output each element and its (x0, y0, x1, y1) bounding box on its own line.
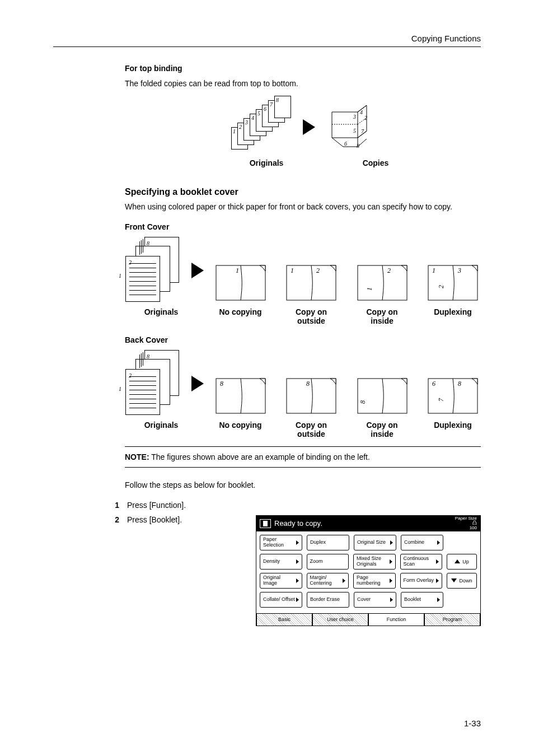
lbl: Copy on inside (354, 421, 410, 438)
lbl-copies: Copies (348, 158, 404, 168)
top-binding-para: The folded copies can be read from top t… (125, 78, 481, 89)
arrow-right-icon (191, 376, 204, 391)
lbl: Originals (125, 307, 198, 325)
svg-text:1: 1 (432, 267, 435, 274)
header-rule (53, 46, 481, 47)
svg-text:2: 2 (387, 267, 391, 274)
front-cover-heading: Front Cover (125, 222, 481, 231)
header-right: Copying Functions (53, 34, 481, 43)
step-1-num: 1 (102, 501, 127, 510)
svg-rect-25 (216, 379, 265, 413)
svg-text:2: 2 (316, 267, 320, 274)
svg-rect-29 (358, 379, 407, 413)
btn-margin-centering[interactable]: Margin/ Centering (307, 573, 349, 589)
btn-duplex[interactable]: Duplex (307, 535, 349, 550)
back-cover-figure: 1 2 8 8 (125, 350, 481, 417)
svg-text:7: 7 (437, 398, 445, 402)
panel-pct: 100 (455, 526, 477, 530)
copy-inside-page-icon: 2 1 (356, 264, 409, 304)
copier-panel: Ready to copy. Paper Size 凸 100 Paper Se… (256, 515, 481, 626)
copy-inside-page-icon: 8 (356, 377, 409, 417)
page-number: 1-33 (464, 718, 481, 728)
btn-up[interactable]: Up (447, 554, 477, 570)
top-binding-heading: For top binding (125, 64, 481, 73)
tab-user-choice[interactable]: User choice (312, 613, 368, 626)
copy-outside-page-icon: 8 (285, 377, 338, 417)
back-cover-labels: Originals No copying Copy on outside Cop… (125, 421, 481, 438)
svg-text:3: 3 (353, 114, 356, 120)
svg-rect-21 (428, 265, 477, 300)
booklet-cover-para: When using colored paper or thick paper … (125, 202, 481, 212)
arrow-right-icon (191, 263, 204, 278)
note-text: The figures shown above are an example o… (151, 452, 370, 461)
panel-titlebar: Ready to copy. Paper Size 凸 100 (256, 516, 480, 531)
tab-function[interactable]: Function (368, 613, 424, 626)
svg-text:8: 8 (359, 400, 367, 404)
svg-text:8: 8 (458, 380, 461, 388)
btn-down[interactable]: Down (447, 573, 477, 589)
step-2-text: Press [Booklet]. (127, 515, 239, 524)
svg-text:8: 8 (220, 380, 223, 388)
lbl: Originals (125, 421, 198, 438)
follow-text: Follow the steps as below for booklet. (125, 480, 481, 491)
originals-stack-icon: 1 2 8 (119, 350, 186, 417)
originals-stack-icon: 1 2 3 4 5 6 7 8 (231, 99, 293, 155)
step-1-text: Press [Function]. (127, 501, 481, 510)
btn-collate-offset[interactable]: Collate/ Offset (260, 592, 302, 608)
btn-original-size[interactable]: Original Size (354, 535, 396, 550)
svg-rect-31 (428, 379, 477, 413)
lbl: Copy on inside (354, 307, 410, 325)
note-prefix: NOTE: (125, 452, 149, 461)
btn-cover[interactable]: Cover (354, 592, 396, 608)
duplex-page-icon: 6 8 7 (427, 377, 479, 417)
lbl: No copying (213, 421, 269, 438)
btn-form-overlay[interactable]: Form Overlay (400, 573, 443, 589)
btn-border-erase[interactable]: Border Erase (307, 592, 349, 608)
front-cover-figure: 1 2 8 1 (125, 237, 481, 304)
tab-basic[interactable]: Basic (256, 613, 312, 626)
copies-book-icon: 3 4 2 5 6 7 8 (325, 102, 374, 152)
svg-text:5: 5 (353, 128, 356, 134)
svg-text:6: 6 (344, 141, 347, 147)
svg-text:8: 8 (306, 380, 310, 388)
svg-rect-18 (358, 265, 407, 300)
btn-booklet[interactable]: Booklet (401, 592, 443, 608)
btn-continuous-scan[interactable]: Continuous Scan (400, 554, 443, 570)
btn-mixed-size[interactable]: Mixed Size Originals (353, 554, 396, 570)
lbl: Copy on outside (283, 421, 339, 438)
lbl: Duplexing (425, 421, 481, 438)
top-binding-labels: Originals Copies (158, 158, 481, 168)
btn-density[interactable]: Density (260, 554, 302, 570)
btn-original-image[interactable]: Original Image (260, 573, 302, 589)
panel-title: Ready to copy. (274, 519, 322, 528)
svg-rect-13 (216, 265, 265, 300)
lbl: Duplexing (425, 307, 481, 325)
btn-combine[interactable]: Combine (401, 535, 443, 550)
lbl: Copy on outside (283, 307, 339, 325)
svg-text:1: 1 (291, 267, 294, 274)
note-block: NOTE: The figures shown above are an exa… (125, 446, 481, 468)
btn-zoom[interactable]: Zoom (307, 554, 349, 570)
front-cover-labels: Originals No copying Copy on outside Cop… (125, 307, 481, 325)
btn-page-numbering[interactable]: Page numbering (353, 573, 396, 589)
panel-tabs: Basic User choice Function Program (256, 613, 480, 626)
svg-rect-27 (287, 379, 336, 413)
nocopy-page-icon: 8 (214, 377, 267, 417)
nocopy-page-icon: 1 (214, 264, 267, 304)
svg-text:1: 1 (236, 267, 239, 274)
booklet-cover-heading: Specifying a booklet cover (125, 187, 481, 197)
svg-text:4: 4 (360, 109, 363, 115)
top-binding-figure: 1 2 3 4 5 6 7 8 3 (231, 99, 374, 155)
copy-icon (260, 519, 271, 528)
svg-text:3: 3 (457, 267, 461, 274)
originals-stack-icon: 1 2 8 (119, 237, 186, 304)
svg-text:6: 6 (432, 380, 435, 388)
btn-paper-selection[interactable]: Paper Selection (260, 535, 302, 550)
svg-text:2: 2 (437, 285, 445, 288)
tab-program[interactable]: Program (424, 613, 480, 626)
svg-text:1: 1 (366, 287, 373, 291)
lbl: No copying (213, 307, 269, 325)
back-cover-heading: Back Cover (125, 335, 481, 344)
duplex-page-icon: 1 3 2 (427, 264, 479, 304)
arrow-right-icon (303, 119, 315, 135)
